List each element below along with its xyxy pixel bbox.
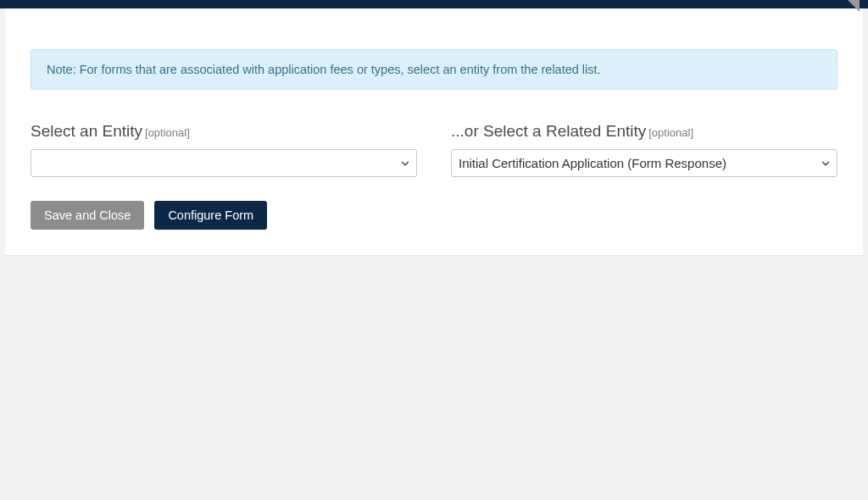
entity-select[interactable] (31, 149, 417, 177)
entity-optional-tag: [optional] (145, 126, 190, 139)
save-and-close-button[interactable]: Save and Close (31, 201, 144, 230)
configure-form-button[interactable]: Configure Form (154, 201, 267, 230)
related-entity-column: ...or Select a Related Entity[optional] … (451, 122, 837, 177)
corner-decoration (848, 0, 860, 12)
top-bar (0, 0, 868, 8)
related-entity-label-wrap: ...or Select a Related Entity[optional] (451, 122, 837, 149)
info-note-text: Note: For forms that are associated with… (47, 63, 821, 76)
related-entity-label: ...or Select a Related Entity (451, 122, 646, 141)
entity-column: Select an Entity[optional] (31, 122, 417, 177)
spacer (31, 8, 837, 49)
entity-label: Select an Entity (31, 122, 142, 141)
info-note-box: Note: For forms that are associated with… (31, 49, 837, 90)
content-panel: Note: For forms that are associated with… (5, 8, 863, 256)
button-row: Save and Close Configure Form (31, 201, 837, 230)
related-entity-select[interactable]: Initial Certification Application (Form … (451, 149, 837, 177)
related-entity-optional-tag: [optional] (648, 126, 693, 139)
entity-label-wrap: Select an Entity[optional] (31, 122, 417, 149)
form-row: Select an Entity[optional] ...or Select … (31, 122, 837, 177)
